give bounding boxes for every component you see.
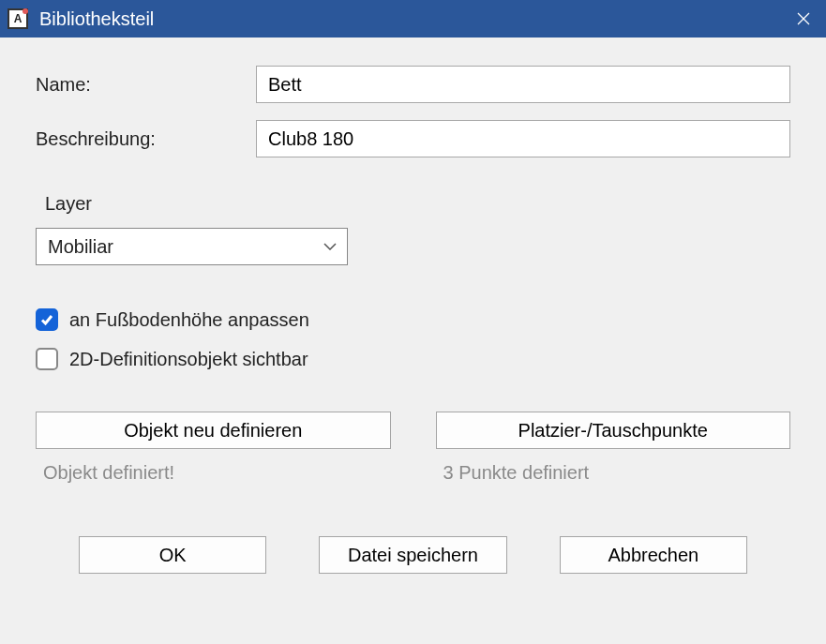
redefine-status: Objekt definiert! xyxy=(36,462,391,484)
cancel-button[interactable]: Abbrechen xyxy=(560,536,747,574)
layer-value: Mobiliar xyxy=(48,236,113,258)
window-title: Bibliotheksteil xyxy=(39,8,781,30)
name-label: Name: xyxy=(36,74,256,96)
floor-checkbox-row[interactable]: an Fußbodenhöhe anpassen xyxy=(36,308,790,331)
layer-select[interactable]: Mobiliar xyxy=(36,228,348,265)
description-input[interactable] xyxy=(256,120,790,157)
obj2d-checkbox[interactable] xyxy=(36,348,58,370)
save-file-button[interactable]: Datei speichern xyxy=(319,536,506,574)
floor-checkbox[interactable] xyxy=(36,308,58,331)
dialog-content: Name: Beschreibung: Layer Mobiliar an Fu… xyxy=(0,37,826,596)
points-status: 3 Punkte definiert xyxy=(436,462,791,484)
swap-points-button[interactable]: Platzier-/Tauschpunkte xyxy=(436,412,791,449)
layer-label: Layer xyxy=(45,193,790,215)
obj2d-checkbox-row[interactable]: 2D-Definitionsobjekt sichtbar xyxy=(36,348,790,370)
obj2d-checkbox-label: 2D-Definitionsobjekt sichtbar xyxy=(69,349,308,370)
app-icon: A xyxy=(8,8,28,29)
close-button[interactable] xyxy=(781,0,826,37)
ok-button[interactable]: OK xyxy=(79,536,266,574)
titlebar: A Bibliotheksteil xyxy=(0,0,826,37)
check-icon xyxy=(39,312,54,327)
close-icon xyxy=(797,12,810,25)
description-label: Beschreibung: xyxy=(36,128,256,150)
name-input[interactable] xyxy=(256,66,790,103)
redefine-object-button[interactable]: Objekt neu definieren xyxy=(36,412,391,449)
floor-checkbox-label: an Fußbodenhöhe anpassen xyxy=(69,309,309,331)
